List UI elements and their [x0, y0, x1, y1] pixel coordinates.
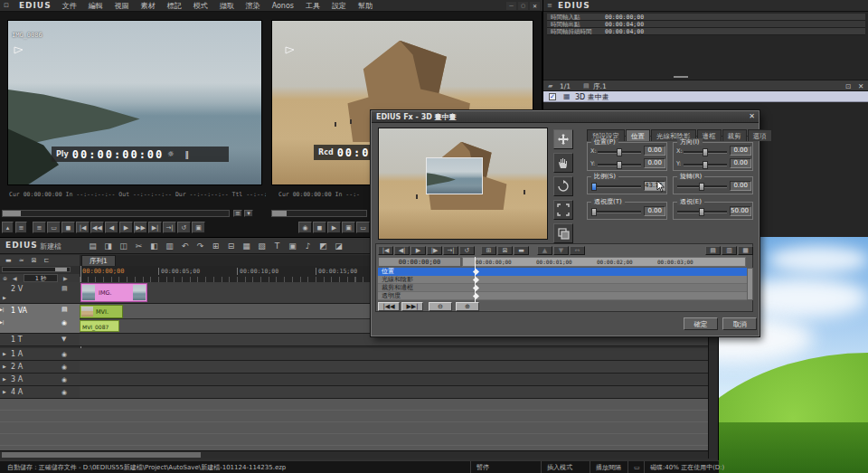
kf-row-opacity[interactable]: 透明度 — [378, 292, 753, 300]
position-x-slider[interactable] — [598, 151, 641, 154]
direction-y-thumb[interactable] — [703, 161, 708, 169]
patch-v-icon[interactable]: ▶| — [0, 307, 5, 312]
kf-row-light-shadow[interactable]: 光線和陰影 — [378, 276, 753, 284]
remove-clip-icon[interactable]: ⊟ — [224, 240, 238, 251]
kf-zoom-in-button[interactable]: ⊕ — [456, 302, 479, 311]
save-project-icon[interactable]: ◫ — [117, 240, 130, 251]
transport-button-2[interactable]: ▭ — [47, 222, 61, 233]
player-menu-button[interactable]: ≡ — [15, 222, 27, 233]
cut-icon[interactable]: ✂ — [132, 240, 146, 251]
ok-button[interactable]: 確定 — [684, 317, 718, 330]
mute-icon[interactable]: ◉ — [61, 351, 67, 358]
kf-playhead[interactable] — [475, 257, 476, 307]
hscroll-thumb[interactable] — [2, 452, 201, 458]
open-project-icon[interactable]: ◨ — [101, 240, 115, 251]
effect-checkbox[interactable]: ✓ — [549, 93, 556, 100]
menu-clip[interactable]: 素材 — [140, 1, 156, 11]
patch-a-icon[interactable]: ▶| — [0, 319, 5, 325]
expand-track-icon[interactable]: ▶ — [3, 351, 6, 356]
goto-end-button[interactable]: →| — [163, 222, 176, 233]
fast-forward-button[interactable]: ▶▶ — [134, 222, 147, 233]
menu-mode[interactable]: 模式 — [193, 1, 209, 11]
kf-ruler[interactable]: 00:00:00;00 00:00:01;00 00:00:02;00 00:0… — [462, 257, 746, 267]
kf-next-frame-button[interactable]: |▶ — [427, 246, 442, 255]
audio-visible-icon[interactable]: ◉ — [61, 319, 67, 326]
track-patch-icon[interactable]: ⊏ — [43, 257, 49, 264]
kf-zoom-out-button[interactable]: ⊖ — [429, 302, 452, 311]
sync-mode-icon[interactable]: ▬ — [5, 257, 12, 264]
tab-position[interactable]: 位置 — [626, 129, 650, 141]
paste-icon[interactable]: ▥ — [163, 240, 176, 251]
dialog-title-bar[interactable]: EDIUS Fx - 3D 畫中畫 ✕ — [372, 111, 759, 123]
panel-splitter-handle[interactable] — [674, 76, 688, 78]
perspective-depth-thumb[interactable] — [591, 208, 597, 216]
track-content-4a[interactable] — [80, 386, 708, 399]
dialog-close-icon[interactable]: ✕ — [749, 112, 755, 120]
fit-view-button[interactable] — [553, 200, 573, 220]
rotation-value[interactable]: 0.00 — [730, 181, 751, 191]
window-maximize-button[interactable]: ▢ — [518, 2, 528, 10]
redo-icon[interactable]: ↷ — [193, 240, 207, 251]
rec-stop-button[interactable]: ◼ — [313, 222, 326, 233]
new-sequence-icon[interactable]: ▤ — [86, 240, 99, 251]
timeline-hscrollbar[interactable] — [0, 450, 708, 459]
kf-next-key-button[interactable]: ▶▶| — [401, 302, 423, 311]
kf-row-crop-border[interactable]: 裁剪和邊框 — [378, 284, 753, 292]
player-scrub-thumb[interactable] — [3, 211, 21, 216]
mode-icon-1[interactable]: ▦ — [240, 240, 253, 251]
track-content-1a[interactable] — [80, 348, 708, 361]
position-y-thumb[interactable] — [617, 161, 622, 169]
track-header-1va[interactable]: 1 VA ▤ ◉ ▶| ▶| — [0, 304, 80, 334]
menu-render[interactable]: 渲染 — [245, 1, 261, 11]
player-scrub-option-button[interactable]: ≡ — [233, 210, 242, 217]
move-tool-button[interactable] — [553, 129, 573, 149]
perspective-depth-slider[interactable] — [591, 211, 641, 213]
track-header-2a[interactable]: ▶ 2 A ◉ — [0, 361, 80, 374]
expand-track-icon[interactable]: ▶ — [3, 295, 6, 300]
rotation-slider[interactable] — [677, 185, 727, 188]
recorder-scrub-thumb[interactable] — [272, 211, 287, 216]
position-x-value[interactable]: 0.00 — [644, 146, 665, 156]
scale-value[interactable]: 1 秒 — [24, 274, 58, 282]
track-content-3a[interactable] — [80, 374, 708, 386]
kf-flat-button[interactable]: ▬ — [514, 246, 529, 255]
kf-view-button-1[interactable]: ▤ — [705, 246, 721, 255]
rewind-button[interactable]: ◀◀ — [90, 222, 104, 233]
effect-list-row[interactable]: ✓ ▦ 3D 畫中畫 — [543, 91, 868, 102]
kf-goto-start-button[interactable]: |◀ — [378, 246, 393, 255]
palette-options-icon[interactable]: ⊡ — [845, 82, 851, 90]
next-frame-button[interactable]: ▶| — [148, 222, 162, 233]
direction-y-value[interactable]: 0.00 — [730, 158, 751, 168]
perspective-thumb[interactable] — [699, 208, 704, 216]
scale-thumb[interactable] — [591, 183, 597, 191]
audio-tool-icon[interactable]: ♪ — [301, 240, 315, 251]
dialog-preview[interactable] — [378, 128, 548, 240]
loop-button[interactable]: ↺ — [177, 222, 191, 233]
rec-play-button[interactable]: ▶ — [327, 222, 341, 233]
mode-icon-2[interactable]: ▧ — [255, 240, 269, 251]
kf-view-button-2[interactable]: ▥ — [722, 246, 737, 255]
kf-delete-key-button[interactable]: ⊠ — [497, 246, 513, 255]
track-header-1t[interactable]: 1 T ▼ — [0, 334, 80, 346]
perspective-depth-value[interactable]: 0.00 — [644, 206, 665, 216]
direction-x-thumb[interactable] — [703, 148, 708, 156]
expand-track-icon[interactable]: ▶ — [3, 364, 6, 369]
direction-x-value[interactable]: 0.00 — [730, 146, 751, 156]
insert-overwrite-icon[interactable]: ⊠ — [32, 257, 37, 264]
expand-track-icon[interactable]: ▶ — [3, 389, 6, 394]
menu-view[interactable]: 視圖 — [114, 1, 130, 11]
mixer-icon[interactable]: ◩ — [316, 240, 330, 251]
kf-prev-key-button[interactable]: |◀◀ — [378, 302, 400, 311]
zoom-icon[interactable]: ⊕ — [3, 275, 7, 281]
rotation-thumb[interactable] — [699, 183, 704, 191]
kf-loop-button[interactable]: ↺ — [459, 246, 475, 255]
scale-next-button[interactable]: ▶ — [63, 275, 68, 281]
direction-y-slider[interactable] — [684, 164, 727, 166]
undo-icon[interactable]: ↶ — [178, 240, 192, 251]
perspective-value[interactable]: 50.00 — [730, 206, 751, 216]
recorder-scrub-bar[interactable] — [271, 210, 367, 217]
track-header-3a[interactable]: ▶ 3 A ◉ — [0, 374, 80, 386]
title-tool-icon[interactable]: T — [270, 240, 284, 251]
layer-order-button[interactable] — [553, 223, 573, 243]
window-minimize-button[interactable]: — — [506, 2, 516, 10]
